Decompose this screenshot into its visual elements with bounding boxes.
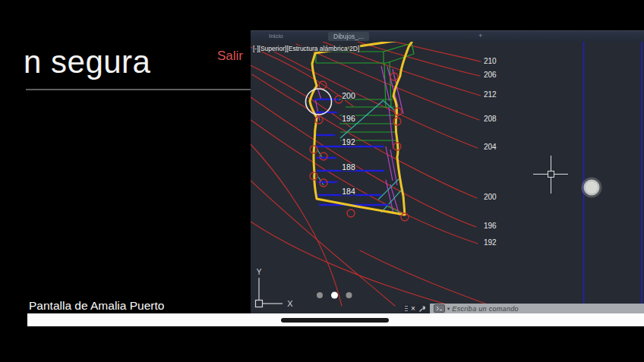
- drag-handle-bar[interactable]: [281, 318, 389, 323]
- contour-label[interactable]: 196: [484, 222, 497, 230]
- crosshair-cursor: [533, 156, 568, 194]
- page-title: n segura: [24, 44, 150, 80]
- contour-label[interactable]: 204: [484, 143, 497, 151]
- viewport-controls-label[interactable]: [-][Superior][Estructura alámbrica 2D]: [253, 45, 359, 52]
- contour-labels: 210 206 212 208 204 200 196 192: [484, 57, 497, 247]
- margin-lines[interactable]: [584, 42, 642, 304]
- autocad-window: Inicio Dibujos_... +: [251, 30, 644, 313]
- command-line-controls: ×: [402, 304, 430, 313]
- contour-label[interactable]: 192: [484, 238, 497, 247]
- pointer-dot: [582, 178, 602, 198]
- new-tab-button[interactable]: +: [478, 32, 482, 39]
- elevation-label[interactable]: 200: [342, 91, 355, 100]
- drawing-tabs-bar: Inicio Dibujos_... +: [251, 30, 644, 42]
- wireframe-structure[interactable]: [316, 43, 414, 215]
- command-line-bar: × ▾ Escriba un comando: [402, 304, 644, 313]
- contour-label[interactable]: 212: [484, 90, 497, 99]
- elevation-label[interactable]: 196: [342, 114, 355, 123]
- page-dot[interactable]: [346, 292, 352, 298]
- elevation-label[interactable]: 192: [342, 137, 355, 146]
- command-input[interactable]: ▾ Escriba un comando: [430, 304, 644, 313]
- contour-label[interactable]: 208: [484, 115, 497, 123]
- ucs-y-label: Y: [257, 268, 262, 276]
- cad-viewport[interactable]: Y X: [251, 42, 644, 313]
- tab-start[interactable]: Inicio: [269, 33, 283, 39]
- page-dot[interactable]: [317, 292, 323, 298]
- close-icon[interactable]: ×: [411, 305, 415, 313]
- exit-button[interactable]: Salir: [217, 49, 243, 64]
- elevation-label[interactable]: 188: [342, 162, 355, 172]
- title-underline: [26, 89, 252, 90]
- tab-drawing[interactable]: Dibujos_...: [328, 32, 369, 41]
- boundary-polygon[interactable]: [310, 42, 416, 215]
- command-prompt-icon[interactable]: [434, 304, 445, 313]
- command-prompt-text: Escriba un comando: [452, 305, 518, 313]
- contour-lines[interactable]: [251, 42, 497, 308]
- ucs-x-label: X: [287, 299, 293, 308]
- contour-label[interactable]: 210: [484, 57, 497, 65]
- page-dot-active[interactable]: [331, 292, 338, 299]
- chevron-down-icon[interactable]: ▾: [447, 306, 450, 312]
- wrench-icon[interactable]: [418, 305, 426, 313]
- drag-grip-icon[interactable]: [405, 305, 408, 312]
- elevation-label[interactable]: 184: [342, 187, 355, 196]
- contour-label[interactable]: 200: [484, 193, 497, 201]
- page-dots[interactable]: [317, 292, 352, 299]
- contour-label[interactable]: 206: [484, 71, 497, 79]
- ucs-icon: Y X: [256, 268, 294, 308]
- screen-share-view: n segura Salir Pantalla de Amalia Puerto…: [0, 0, 644, 362]
- screen-share-label: Pantalla de Amalia Puerto: [29, 299, 164, 313]
